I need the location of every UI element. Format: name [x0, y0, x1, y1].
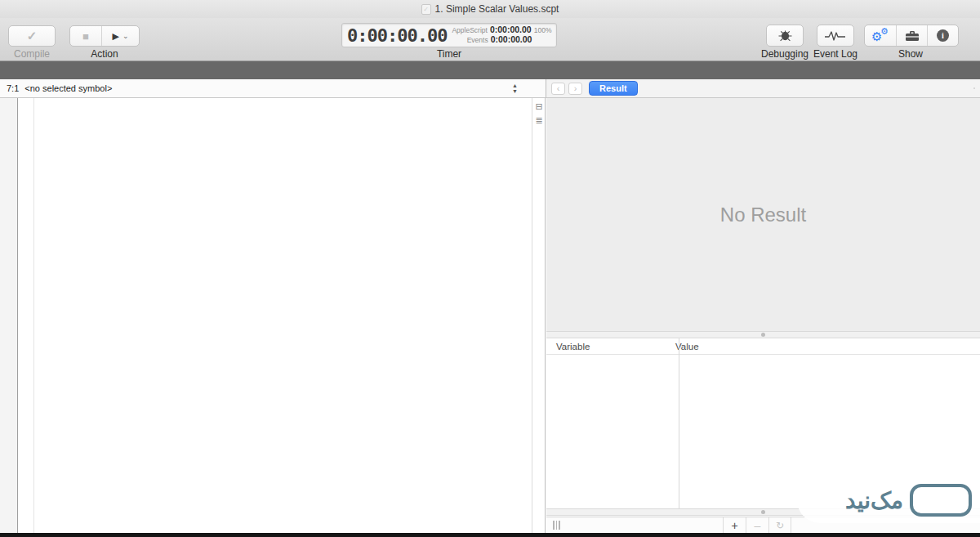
- stepper-up-icon: ▲: [512, 83, 518, 88]
- info-icon: i: [937, 29, 949, 42]
- variables-table-header: Variable Value: [546, 338, 980, 355]
- timer-digits: 0:00:00.00: [347, 25, 447, 46]
- value-column-header[interactable]: Value: [669, 342, 699, 351]
- panel-splitter[interactable]: [546, 331, 980, 338]
- result-tab-button[interactable]: Result: [589, 81, 638, 96]
- chevron-down-icon: ⌄: [122, 32, 129, 40]
- gear-small-icon: ⚙: [880, 27, 889, 36]
- timer-label: Timer: [341, 48, 557, 60]
- result-panel: No Result Variable Value + – ↻ مک‌نید: [546, 98, 980, 533]
- result-mode-group: [973, 87, 975, 89]
- window-bottom-edge: [0, 533, 980, 537]
- remove-expression-button[interactable]: –: [746, 517, 768, 533]
- compile-button[interactable]: ✓: [8, 25, 56, 47]
- no-result-text: No Result: [720, 204, 806, 226]
- marker-list-icon[interactable]: ≣: [532, 115, 546, 126]
- column-divider[interactable]: [679, 338, 679, 508]
- timer-events-value: 0:00:00.00: [491, 35, 532, 44]
- watermark-dot-green: [951, 494, 963, 507]
- toolbar: ✓ Compile ■ ▶ ⌄ Action 0:00:00.00 AppleS…: [0, 18, 980, 61]
- window-title: 1. Simple Scalar Values.scpt: [435, 3, 559, 15]
- show-button-group: ⚙ ⚙ i: [864, 25, 959, 47]
- show-toolbox-button[interactable]: [896, 25, 927, 46]
- result-forward-button[interactable]: ›: [568, 83, 582, 95]
- timer-applescript-label: AppleScript: [452, 26, 487, 35]
- timer-display: 0:00:00.00 AppleScript 0:00:00.00 100% E…: [341, 23, 557, 47]
- debugging-button[interactable]: [766, 25, 804, 47]
- title-bar: ✓ 1. Simple Scalar Values.scpt: [0, 0, 980, 18]
- stop-button[interactable]: ■: [70, 26, 102, 46]
- code-text-area[interactable]: [0, 98, 532, 533]
- show-label: Show: [864, 48, 957, 60]
- tab-bar: [0, 61, 980, 79]
- checkmark-icon: ✓: [27, 29, 38, 43]
- script-debugger-window: ✓ 1. Simple Scalar Values.scpt ✓ Compile…: [0, 0, 980, 537]
- event-log-button[interactable]: [817, 25, 854, 47]
- editor-navigation-bar: 7:1 <no selected symbol> ▲ ▼: [0, 79, 546, 98]
- debugging-label: Debugging: [756, 48, 813, 60]
- bug-icon: [777, 29, 793, 43]
- document-proxy-icon[interactable]: ✓: [421, 4, 431, 15]
- variable-column-header[interactable]: Variable: [546, 342, 669, 351]
- split-editor-icon[interactable]: ⊟: [532, 101, 546, 112]
- action-button-group: ■ ▶ ⌄: [69, 25, 140, 47]
- drag-handle-icon[interactable]: [553, 521, 560, 530]
- toolbox-icon: [905, 29, 920, 43]
- timer-percent: 100%: [534, 26, 552, 35]
- show-variables-button[interactable]: ⚙ ⚙: [865, 25, 896, 46]
- symbol-popup-stepper[interactable]: ▲ ▼: [512, 83, 518, 94]
- stop-icon: ■: [82, 30, 89, 43]
- refresh-button[interactable]: ↻: [768, 517, 791, 533]
- watermark-text: مک‌نید: [845, 487, 903, 514]
- watermark-logo: [910, 484, 972, 517]
- selected-symbol[interactable]: <no selected symbol>: [24, 83, 112, 93]
- compile-label: Compile: [8, 48, 56, 60]
- watermark-dot-red: [920, 494, 932, 507]
- run-button[interactable]: ▶ ⌄: [102, 26, 139, 46]
- cursor-location: 7:1: [7, 83, 19, 93]
- main-content: ⊟ ≣ No Result Variable Value + –: [0, 98, 980, 533]
- code-editor[interactable]: ⊟ ≣: [0, 98, 546, 533]
- result-navigation-bar: ‹ › Result: [546, 79, 980, 98]
- result-pane: No Result: [546, 98, 980, 331]
- stepper-down-icon: ▼: [512, 88, 518, 94]
- timer-applescript-value: 0:00:00.00: [490, 25, 532, 34]
- add-expression-button[interactable]: +: [723, 517, 746, 533]
- action-label: Action: [69, 48, 140, 60]
- event-log-label: Event Log: [807, 48, 864, 60]
- play-icon: ▶: [112, 31, 118, 42]
- timer-events-label: Events: [467, 36, 488, 45]
- panel-divider[interactable]: [545, 98, 546, 533]
- watermark-dot-yellow: [935, 494, 947, 507]
- show-info-button[interactable]: i: [927, 25, 958, 46]
- waveform-icon: [824, 29, 847, 43]
- editor-side-strip: ⊟ ≣: [532, 98, 546, 533]
- result-back-button[interactable]: ‹: [551, 83, 565, 95]
- watermark: مک‌نید: [797, 477, 980, 523]
